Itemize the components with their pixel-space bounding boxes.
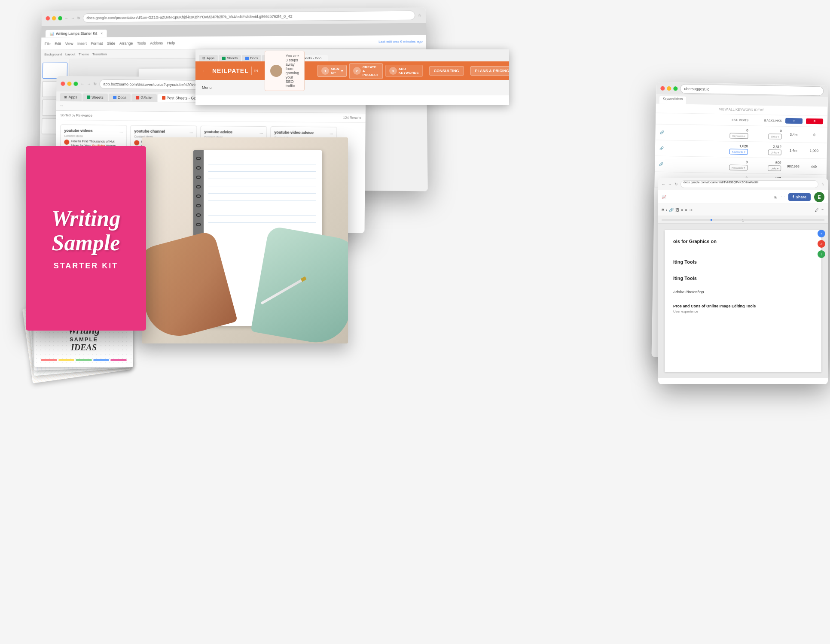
slides-url-bar[interactable]: docs.google.com/presentation/d/1on-GZ1G-…: [83, 11, 415, 23]
buzz-maximize-button[interactable]: [73, 82, 78, 86]
docs-refresh[interactable]: ↻: [674, 182, 678, 186]
file-menu[interactable]: File: [45, 42, 51, 46]
docs-sidebar-icons: + ✓ ↑: [818, 230, 825, 258]
buzz-icon-1: [64, 140, 69, 145]
kw-row2-link-tag[interactable]: Links ▾: [768, 149, 781, 155]
buzz-refresh[interactable]: ↻: [93, 82, 97, 86]
help-menu[interactable]: Help: [167, 41, 175, 45]
docs-sidebar-icon2[interactable]: ✓: [818, 240, 825, 248]
minimize-button[interactable]: [52, 16, 56, 21]
tools-menu[interactable]: Tools: [137, 41, 146, 45]
kw-tab-1[interactable]: Keyword Ideas: [659, 96, 687, 104]
refresh-btn[interactable]: ↻: [77, 16, 80, 20]
kw-close-btn[interactable]: [660, 86, 665, 91]
arrange-menu[interactable]: Arrange: [119, 41, 133, 45]
slide-menu[interactable]: Slide: [107, 41, 116, 46]
docs-share-btn[interactable]: f Share: [788, 193, 811, 201]
transition-btn[interactable]: Transition: [92, 52, 107, 56]
kw-row3-icon: 🔗: [659, 162, 663, 166]
notebook-visual: [142, 137, 348, 343]
buzz-card3-menu[interactable]: ···: [259, 131, 263, 135]
back-btn[interactable]: ←: [65, 16, 69, 20]
buzz-card1-menu[interactable]: ···: [119, 130, 123, 134]
docs-section1-title: ols for Graphics on: [673, 239, 813, 244]
insert-menu[interactable]: Insert: [77, 41, 87, 46]
kw-row2-kw-tag[interactable]: Keywords ▾: [729, 149, 748, 155]
background-btn[interactable]: Background: [44, 52, 62, 56]
kw-row1-link-tag[interactable]: Links ▾: [769, 134, 782, 140]
docs-sidebar-icon3[interactable]: ↑: [818, 250, 825, 258]
neil-create-btn[interactable]: 2 CREATE A PROJECT: [349, 63, 383, 79]
kw-row3-kw-tag[interactable]: Keywords ▾: [729, 165, 748, 171]
ring1: [196, 157, 201, 160]
kw-row3-link-tag[interactable]: Links ▾: [768, 165, 781, 171]
slides-active-tab[interactable]: 📊 Writing Lamps Starter Kit ×: [46, 30, 107, 38]
docs-category: User experience: [673, 310, 813, 313]
buzz-tab-docs[interactable]: Docs: [109, 94, 131, 101]
layout-btn[interactable]: Layout: [65, 52, 75, 56]
format-more-icon[interactable]: ⋯: [821, 208, 824, 212]
neil-menu-item[interactable]: Menu: [202, 85, 212, 90]
forward-btn[interactable]: →: [71, 16, 75, 20]
step3-badge: 3: [389, 67, 397, 75]
slides-tab-label: Writing Lamps Starter Kit: [56, 31, 97, 36]
neil-tab-apps[interactable]: ⊞ Apps: [199, 55, 218, 61]
format-align-icon[interactable]: ≡: [681, 208, 683, 212]
kw-row2-icon: 🔗: [659, 146, 664, 150]
format-menu[interactable]: Format: [91, 41, 103, 46]
neil-signup-btn[interactable]: 1 SIGN UP ▾: [317, 65, 347, 77]
close-button[interactable]: [46, 16, 50, 21]
neil-consulting-btn[interactable]: CONSULTING: [429, 66, 464, 76]
edit-menu[interactable]: Edit: [55, 41, 61, 46]
docs-section2-text: iting Tools: [673, 259, 697, 264]
buzz-close-button[interactable]: [61, 82, 65, 86]
buzz-forward[interactable]: →: [87, 82, 91, 86]
docs-url-input[interactable]: docs.google.com/document/d/1VhEiBQPxKZO7…: [680, 180, 818, 188]
format-image-icon[interactable]: 🖼: [675, 208, 679, 212]
kw-row2-back-val: 2,512: [751, 144, 781, 149]
format-italic-icon[interactable]: I: [666, 208, 668, 212]
neil-tab-sheets[interactable]: Sheets: [219, 55, 241, 61]
kw-max-btn[interactable]: [673, 86, 677, 91]
writing-card-subtitle: STARTER KIT: [54, 261, 119, 270]
back-arrow-icon[interactable]: ←: [202, 69, 206, 73]
kw-min-btn[interactable]: [667, 86, 671, 91]
docs-ruler-bar: 1: [662, 219, 824, 221]
color-line-3: [76, 359, 92, 361]
bookmark-icon[interactable]: ☆: [418, 13, 421, 17]
kw-url-bar[interactable]: ubersuggest.io: [680, 84, 824, 96]
buzz-minimize-button[interactable]: [67, 82, 71, 86]
neil-plans-btn[interactable]: PLANS & PRICING: [470, 66, 509, 76]
format-paint-icon[interactable]: 🖊: [815, 208, 819, 212]
buzz-card4-menu[interactable]: ···: [330, 131, 333, 136]
kw-row3-visits: 0 Keywords ▾: [717, 160, 748, 170]
docs-sidebar-icon1[interactable]: +: [818, 230, 825, 237]
buzz-tab-sheets[interactable]: Sheets: [82, 93, 108, 101]
docs-user-avatar[interactable]: E: [814, 192, 824, 202]
format-indent-icon[interactable]: ⇥: [689, 208, 693, 212]
neil-tab-docs[interactable]: Docs: [242, 55, 261, 61]
docs-bookmark[interactable]: ☆: [821, 182, 824, 186]
format-bold-icon[interactable]: B: [662, 208, 665, 212]
slides-close-tab[interactable]: ×: [101, 31, 103, 36]
last-edit-link[interactable]: Last edit was 6 minutes ago: [378, 39, 422, 44]
format-list-icon[interactable]: ≡: [685, 208, 687, 212]
view-menu[interactable]: View: [65, 41, 73, 46]
kw-row1-fb: 3.4m: [785, 132, 802, 137]
buzz-back[interactable]: ←: [80, 82, 84, 86]
docs-browser-window: ← → ↻ docs.google.com/document/d/1VhEiBQ…: [658, 178, 828, 384]
color-line-5: [110, 359, 127, 361]
buzz-tab-apps[interactable]: ⊞ Apps: [60, 93, 82, 101]
docs-back[interactable]: ←: [662, 182, 665, 186]
buzz-tab-gsuite[interactable]: GSuite: [131, 94, 157, 102]
neil-keywords-btn[interactable]: 3 ADD KEYWORDS: [385, 65, 423, 77]
kw-row1-kw-tag[interactable]: Keywords ▾: [729, 133, 748, 139]
keyword-window-controls: [660, 86, 677, 91]
buzz-card2-menu[interactable]: ···: [189, 130, 193, 135]
neil-language-btn[interactable]: IN: [254, 69, 258, 73]
format-link-icon[interactable]: 🔗: [669, 208, 674, 212]
maximize-button[interactable]: [58, 16, 62, 21]
docs-forward[interactable]: →: [668, 182, 672, 186]
addons-menu[interactable]: Addons: [150, 41, 163, 45]
theme-btn[interactable]: Theme: [79, 52, 89, 56]
